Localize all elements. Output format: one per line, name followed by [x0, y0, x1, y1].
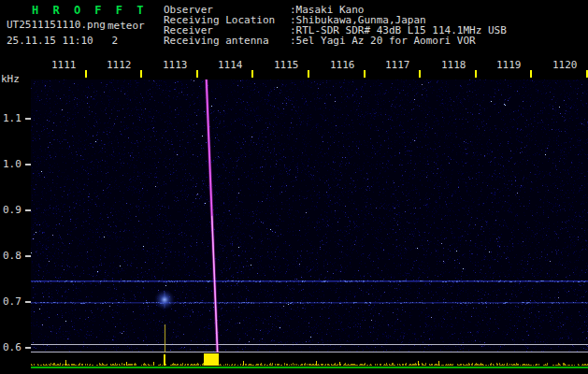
freq-tick	[25, 209, 31, 211]
time-tick	[251, 70, 253, 78]
time-axis-label: 1118	[441, 60, 466, 71]
freq-tick	[25, 255, 31, 257]
time-tick	[196, 70, 198, 78]
metadata-table: Observer:Masaki Kano Receiving Location:…	[164, 5, 507, 46]
filename-row: UT2511151110.pngmeteor	[7, 20, 145, 31]
app-logo: H R O F F T	[32, 5, 147, 16]
freq-axis-label: 1.1	[3, 113, 27, 124]
output-filename: UT2511151110.png	[7, 19, 106, 31]
station-tag: meteor	[108, 20, 145, 32]
time-tick	[364, 70, 366, 78]
time-axis-label: 1114	[218, 60, 243, 71]
freq-axis-label: 0.9	[3, 205, 27, 216]
time-tick	[475, 70, 477, 78]
freq-axis-unit: kHz	[1, 74, 20, 85]
time-tick	[140, 70, 142, 78]
time-axis-label: 1117	[385, 60, 410, 71]
time-axis-label: 1116	[330, 60, 355, 71]
time-tick	[419, 70, 421, 78]
freq-axis-label: 0.6	[3, 342, 27, 353]
time-tick	[85, 70, 87, 78]
time-axis-label: 1119	[496, 60, 522, 71]
meta-row-antenna: Receiving antenna:5el Yagi Az 20 for Aom…	[164, 36, 507, 46]
time-axis-label: 1115	[274, 60, 299, 71]
meta-value: :5el Yagi Az 20 for Aomori VOR	[290, 35, 476, 47]
time-axis-label: 1113	[163, 60, 188, 71]
time-axis-label: 1111	[51, 60, 77, 71]
time-axis-label: 1112	[107, 60, 132, 71]
spectrogram-canvas	[31, 79, 588, 352]
signal-level-canvas	[31, 353, 588, 366]
freq-axis-label: 0.7	[3, 296, 27, 308]
time-tick	[530, 70, 532, 78]
time-tick	[308, 70, 309, 78]
freq-tick	[25, 164, 31, 165]
freq-axis-label: 1.0	[3, 159, 27, 170]
freq-tick	[25, 301, 31, 303]
meta-label: Receiving antenna	[164, 36, 290, 46]
freq-tick	[25, 347, 31, 349]
level-baseline	[31, 367, 588, 368]
freq-tick	[25, 118, 31, 120]
hrofft-screen: H R O F F T UT2511151110.pngmeteor 25.11…	[0, 0, 588, 374]
freq-axis-label: 0.8	[3, 251, 27, 262]
time-axis-label: 1120	[552, 60, 578, 71]
frame-datetime: 25.11.15 11:10 2	[7, 36, 118, 47]
